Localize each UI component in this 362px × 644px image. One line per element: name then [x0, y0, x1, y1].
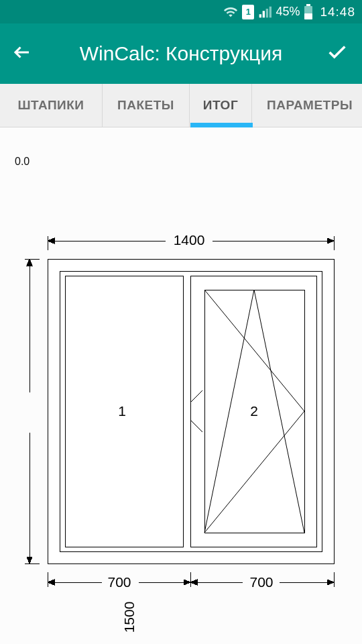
drawing-canvas[interactable]: 0.0 1400 1500 — [0, 127, 362, 644]
app-title: WinCalc: Конструкция — [36, 42, 326, 65]
svg-text:1500: 1500 — [121, 602, 137, 633]
tab-bar: ШТАПИКИ ПАКЕТЫ ИТОГ ПАРАМЕТРЫ — [0, 84, 362, 127]
svg-text:1400: 1400 — [174, 232, 205, 248]
window-diagram: 1400 1500 — [15, 228, 350, 644]
battery-icon — [304, 4, 313, 20]
svg-text:700: 700 — [249, 574, 273, 590]
svg-rect-0 — [306, 4, 310, 6]
signal-icon — [258, 5, 272, 19]
sim-icon: 1 — [242, 5, 254, 19]
svg-rect-2 — [304, 13, 312, 19]
svg-rect-11 — [19, 392, 40, 433]
tab-shtapiki[interactable]: ШТАПИКИ — [0, 84, 103, 127]
app-bar: WinCalc: Конструкция — [0, 23, 362, 84]
svg-text:2: 2 — [250, 403, 258, 419]
tab-parametry[interactable]: ПАРАМЕТРЫ — [252, 84, 362, 127]
tab-itog[interactable]: ИТОГ — [190, 84, 252, 127]
confirm-button[interactable] — [326, 41, 350, 66]
status-bar: 1 45% 14:48 — [0, 0, 362, 23]
price-value: 0.0 — [15, 156, 29, 168]
tab-pakety[interactable]: ПАКЕТЫ — [103, 84, 190, 127]
battery-percent: 45% — [276, 5, 300, 19]
back-button[interactable] — [12, 42, 36, 65]
clock-label: 14:48 — [320, 5, 355, 19]
svg-text:700: 700 — [107, 574, 131, 590]
wifi-icon — [223, 5, 238, 19]
svg-text:1: 1 — [118, 403, 126, 419]
tab-active-indicator — [190, 123, 253, 127]
